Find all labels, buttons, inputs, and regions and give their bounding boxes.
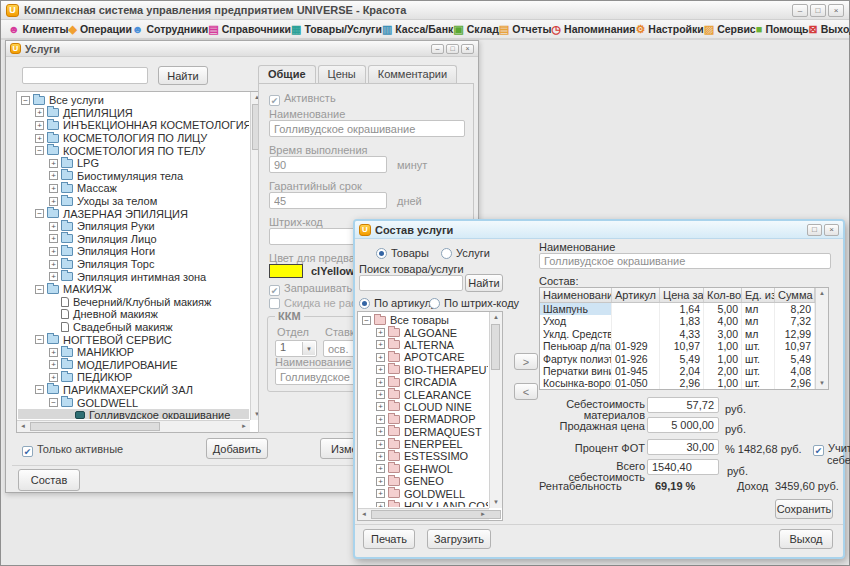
expander-icon[interactable]: − (49, 398, 58, 407)
tree-item[interactable]: − GOLDWELL (18, 396, 249, 409)
tree-item[interactable]: + Массаж (18, 182, 249, 195)
tree-item[interactable]: − ПАРИКМАХЕРСКИЙ ЗАЛ (18, 384, 249, 397)
services-find-button[interactable]: Найти (158, 66, 208, 85)
tree-item[interactable]: Голливудское окрашивание (18, 409, 249, 419)
table-row[interactable]: Уклд. Средства 4,33 3,00 мл 12,99 (540, 328, 815, 340)
expander-icon[interactable]: + (49, 171, 58, 180)
duration-field[interactable] (269, 156, 387, 173)
expander-icon[interactable]: + (376, 427, 385, 436)
services-radio[interactable]: Услуги (441, 247, 490, 259)
warranty-field[interactable] (269, 192, 387, 209)
move-left-button[interactable]: < (514, 383, 538, 400)
expander-icon[interactable]: + (49, 260, 58, 269)
column-header[interactable]: Артикул (612, 288, 660, 302)
expander-icon[interactable]: + (376, 328, 385, 337)
tree-item[interactable]: + ДЕПИЛЯЦИЯ (18, 107, 249, 120)
tree-item[interactable]: + CLEARANCE (359, 388, 488, 400)
expander-icon[interactable]: + (376, 378, 385, 387)
tree-item[interactable]: − Все товары (359, 314, 488, 326)
table-row[interactable]: Уход 1,83 4,00 мл 7,32 (540, 315, 815, 327)
menu-item[interactable]: ▣ Склад (453, 23, 499, 35)
expander-icon[interactable]: + (49, 247, 58, 256)
tree-item[interactable]: + КОСМЕТОЛОГИЯ ПО ЛИЦУ (18, 132, 249, 145)
expander-icon[interactable]: + (49, 159, 58, 168)
expander-icon[interactable]: + (49, 360, 58, 369)
horizontal-scrollbar[interactable]: ◄ ► (17, 420, 250, 432)
tab[interactable]: Общие (258, 65, 316, 84)
services-search-input[interactable] (22, 67, 148, 84)
column-header[interactable]: Наименование (540, 288, 612, 302)
scroll-left-icon[interactable]: ◄ (17, 421, 29, 432)
name-field[interactable] (269, 120, 465, 137)
expander-icon[interactable]: + (49, 348, 58, 357)
by-article-radio[interactable]: По артикулу (359, 297, 436, 309)
tree-item[interactable]: + GEHWOL (359, 463, 488, 475)
expander-icon[interactable]: + (376, 340, 385, 349)
menu-item[interactable]: ▥ Касса/Банк (382, 23, 453, 35)
column-header[interactable]: Сумма (руб (775, 288, 815, 302)
table-row[interactable]: Перчатки винил 01-945 2,04 2,00 шт. 4,08 (540, 365, 815, 377)
tab[interactable]: Цены (318, 65, 366, 84)
tree-item[interactable]: + ALTERNA (359, 339, 488, 351)
tree-item[interactable]: + APOTCARE (359, 351, 488, 363)
menu-item[interactable]: ■ Помощь (756, 23, 809, 35)
expander-icon[interactable]: + (376, 402, 385, 411)
close-icon[interactable]: × (461, 44, 474, 54)
expander-icon[interactable]: + (49, 197, 58, 206)
close-icon[interactable]: × (828, 4, 844, 17)
expander-icon[interactable]: + (376, 440, 385, 449)
scroll-left-icon[interactable]: ◄ (358, 509, 370, 520)
vertical-scrollbar[interactable]: ▲ ▼ (489, 312, 502, 508)
scrollbar-thumb[interactable] (30, 422, 160, 431)
tree-item[interactable]: + ALGOANE (359, 326, 488, 338)
tree-item[interactable]: + Эпиляция Ноги (18, 245, 249, 258)
expander-icon[interactable]: − (35, 285, 44, 294)
expander-icon[interactable]: + (376, 502, 385, 507)
close-icon[interactable]: × (824, 224, 839, 236)
tree-item[interactable]: + ПЕДИКЮР (18, 371, 249, 384)
maximize-icon[interactable]: □ (807, 224, 822, 236)
department-select[interactable]: 1 ▼ (275, 340, 317, 357)
scroll-down-icon[interactable]: ▼ (490, 497, 502, 508)
sale-price-field[interactable]: 5 000,00 (647, 417, 719, 433)
expander-icon[interactable]: + (49, 373, 58, 382)
expander-icon[interactable]: + (49, 222, 58, 231)
goods-radio[interactable]: Товары (376, 247, 429, 259)
menu-item[interactable]: ◷ Напоминания (551, 23, 635, 35)
menu-item[interactable]: ▤ Отчеты (499, 23, 552, 35)
menu-item[interactable]: ⚙ Настройки (635, 23, 703, 35)
load-button[interactable]: Загрузить (427, 529, 491, 549)
print-button[interactable]: Печать (363, 529, 415, 549)
tree-item[interactable]: − КОСМЕТОЛОГИЯ ПО ТЕЛУ (18, 144, 249, 157)
menu-item[interactable]: ☻ Сотрудники (132, 23, 208, 35)
menu-item[interactable]: ▤ Справочники (208, 23, 291, 35)
scroll-up-icon[interactable]: ▲ (490, 312, 502, 323)
tree-item[interactable]: + LPG (18, 157, 249, 170)
expander-icon[interactable]: − (362, 316, 371, 325)
expander-icon[interactable]: + (376, 353, 385, 362)
tree-item[interactable]: − НОГТЕВОЙ СЕРВИС (18, 333, 249, 346)
materials-cost-field[interactable]: 57,72 (647, 397, 719, 413)
tree-item[interactable]: + BIO-THERAPEUTIC (359, 364, 488, 376)
tree-item[interactable]: + Эпиляция Руки (18, 220, 249, 233)
expander-icon[interactable]: − (35, 146, 44, 155)
tree-item[interactable]: + DERMADROP (359, 413, 488, 425)
expander-icon[interactable]: + (49, 234, 58, 243)
expander-icon[interactable]: + (376, 415, 385, 424)
tree-item[interactable]: Вечерний/Клубный макияж (18, 296, 249, 309)
tree-item[interactable]: − ЛАЗЕРНАЯ ЭПИЛЯЦИЯ (18, 207, 249, 220)
maximize-icon[interactable]: □ (810, 4, 826, 17)
table-row[interactable]: Фартук полиэти. 01-926 5,49 1,00 шт. 5,4… (540, 353, 815, 365)
expander-icon[interactable]: + (376, 464, 385, 473)
tree-item[interactable]: + МОДЕЛИРОВАНИЕ (18, 358, 249, 371)
compose-button[interactable]: Состав (18, 469, 80, 491)
move-right-button[interactable]: > (514, 353, 538, 370)
scroll-right-icon[interactable]: ► (477, 509, 489, 520)
menu-item[interactable]: ▦ Товары/Услуги (291, 23, 382, 35)
tree-item[interactable]: + GENEO (359, 475, 488, 487)
expander-icon[interactable]: + (35, 108, 44, 117)
column-header[interactable]: Ед. изм. (742, 288, 775, 302)
tree-item[interactable]: + Эпиляция интимная зона (18, 270, 249, 283)
scroll-down-icon[interactable]: ▼ (816, 378, 828, 389)
table-row[interactable]: Пеньюар д/парик 01-929 10,97 1,00 шт. 10… (540, 340, 815, 352)
